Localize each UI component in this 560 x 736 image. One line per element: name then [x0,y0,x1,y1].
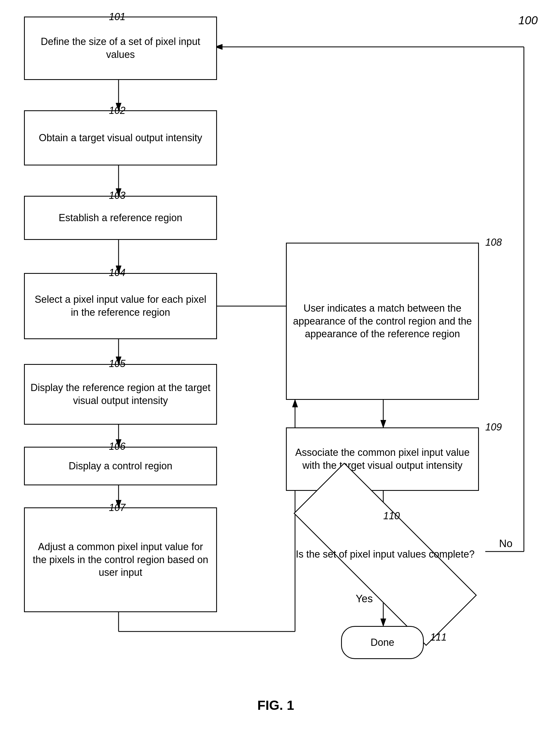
node-103-label: Establish a reference region [59,212,182,224]
node-102-label: Obtain a target visual output intensity [39,132,202,144]
label-110: 110 [383,510,400,522]
label-107: 107 [109,502,125,513]
node-104-label: Select a pixel input value for each pixe… [30,293,211,319]
node-108-label: User indicates a match between the appea… [292,302,473,341]
node-101: Define the size of a set of pixel input … [24,17,217,80]
label-102: 102 [109,105,125,116]
node-105: Display the reference region at the targ… [24,364,217,425]
node-110: Is the set of pixel input values complet… [286,516,484,593]
node-106: Display a control region [24,447,217,485]
label-106: 106 [109,441,125,452]
label-109: 109 [485,421,502,433]
node-102: Obtain a target visual output intensity [24,110,217,165]
label-105: 105 [109,358,125,370]
label-yes: Yes [356,593,373,605]
node-104: Select a pixel input value for each pixe… [24,273,217,339]
label-111: 111 [430,631,447,643]
node-110-label: Is the set of pixel input values complet… [296,548,475,560]
node-108: User indicates a match between the appea… [286,243,479,400]
label-101: 101 [109,11,125,23]
label-no: No [499,538,513,550]
node-106-label: Display a control region [69,460,172,473]
label-108: 108 [485,237,502,248]
fig-caption: FIG. 1 [221,698,331,713]
node-103: Establish a reference region [24,196,217,240]
node-105-label: Display the reference region at the targ… [30,381,211,407]
node-111: Done [341,626,424,659]
node-111-label: Done [371,636,394,649]
node-107: Adjust a common pixel input value for th… [24,507,217,612]
node-109: Associate the common pixel input value w… [286,427,479,491]
label-104: 104 [109,267,125,279]
node-107-label: Adjust a common pixel input value for th… [30,540,211,579]
node-101-label: Define the size of a set of pixel input … [30,35,211,61]
node-109-label: Associate the common pixel input value w… [292,446,473,472]
label-100: 100 [518,14,538,27]
flowchart-diagram: Define the size of a set of pixel input … [0,0,560,736]
label-103: 103 [109,190,125,201]
